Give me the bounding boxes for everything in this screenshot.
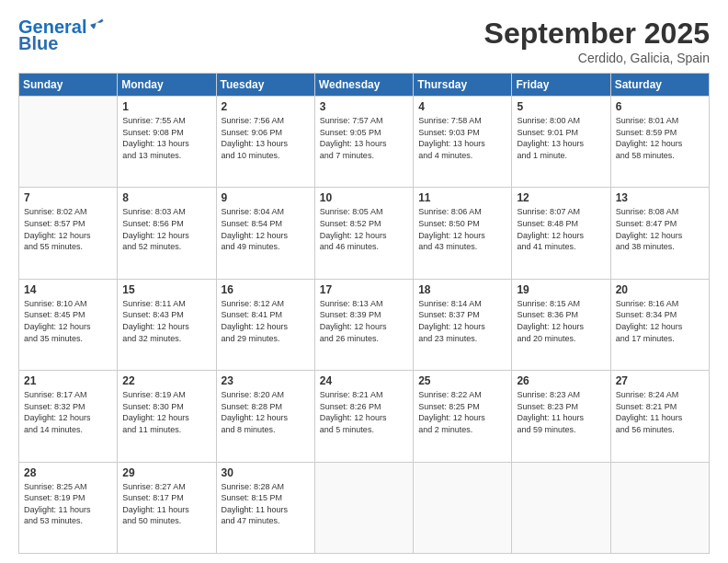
day-number: 26	[517, 374, 605, 387]
day-info: Sunrise: 8:17 AM Sunset: 8:32 PM Dayligh…	[24, 389, 112, 435]
calendar-cell	[610, 462, 709, 553]
day-number: 3	[320, 100, 408, 113]
day-number: 30	[222, 466, 310, 479]
calendar-cell: 27Sunrise: 8:24 AM Sunset: 8:21 PM Dayli…	[610, 371, 709, 462]
day-number: 19	[517, 283, 605, 296]
logo-bird-icon	[88, 17, 105, 33]
calendar-cell: 2Sunrise: 7:56 AM Sunset: 9:06 PM Daylig…	[216, 97, 314, 188]
day-number: 16	[222, 283, 310, 296]
day-number: 10	[320, 191, 408, 204]
day-info: Sunrise: 8:21 AM Sunset: 8:26 PM Dayligh…	[320, 389, 408, 435]
header: General Blue September 2025 Cerdido, Gal…	[18, 17, 710, 65]
day-info: Sunrise: 8:10 AM Sunset: 8:45 PM Dayligh…	[24, 298, 112, 344]
location-subtitle: Cerdido, Galicia, Spain	[484, 51, 710, 65]
calendar-cell	[19, 97, 118, 188]
calendar-cell: 26Sunrise: 8:23 AM Sunset: 8:23 PM Dayli…	[512, 371, 610, 462]
calendar-cell: 7Sunrise: 8:02 AM Sunset: 8:57 PM Daylig…	[19, 188, 118, 279]
calendar-cell: 14Sunrise: 8:10 AM Sunset: 8:45 PM Dayli…	[19, 279, 118, 370]
calendar-cell: 12Sunrise: 8:07 AM Sunset: 8:48 PM Dayli…	[512, 188, 610, 279]
day-number: 14	[24, 283, 112, 296]
day-info: Sunrise: 8:12 AM Sunset: 8:41 PM Dayligh…	[222, 298, 310, 344]
day-number: 4	[418, 100, 506, 113]
calendar-cell: 3Sunrise: 7:57 AM Sunset: 9:05 PM Daylig…	[314, 97, 413, 188]
day-info: Sunrise: 8:11 AM Sunset: 8:43 PM Dayligh…	[122, 298, 210, 344]
day-info: Sunrise: 8:03 AM Sunset: 8:56 PM Dayligh…	[122, 206, 210, 252]
day-info: Sunrise: 8:20 AM Sunset: 8:28 PM Dayligh…	[222, 389, 310, 435]
calendar-cell: 23Sunrise: 8:20 AM Sunset: 8:28 PM Dayli…	[216, 371, 314, 462]
calendar-cell: 25Sunrise: 8:22 AM Sunset: 8:25 PM Dayli…	[414, 371, 512, 462]
calendar-cell: 19Sunrise: 8:15 AM Sunset: 8:36 PM Dayli…	[512, 279, 610, 370]
day-info: Sunrise: 8:27 AM Sunset: 8:17 PM Dayligh…	[122, 481, 210, 527]
calendar-cell: 24Sunrise: 8:21 AM Sunset: 8:26 PM Dayli…	[314, 371, 413, 462]
col-header-wednesday: Wednesday	[314, 74, 413, 97]
calendar-cell: 30Sunrise: 8:28 AM Sunset: 8:15 PM Dayli…	[216, 462, 314, 553]
col-header-monday: Monday	[118, 74, 216, 97]
day-info: Sunrise: 7:56 AM Sunset: 9:06 PM Dayligh…	[222, 115, 310, 161]
calendar-cell: 1Sunrise: 7:55 AM Sunset: 9:08 PM Daylig…	[118, 97, 216, 188]
calendar-cell: 4Sunrise: 7:58 AM Sunset: 9:03 PM Daylig…	[414, 97, 512, 188]
day-number: 23	[222, 374, 310, 387]
calendar-cell: 9Sunrise: 8:04 AM Sunset: 8:54 PM Daylig…	[216, 188, 314, 279]
day-number: 20	[616, 283, 704, 296]
calendar-cell: 17Sunrise: 8:13 AM Sunset: 8:39 PM Dayli…	[314, 279, 413, 370]
day-info: Sunrise: 8:04 AM Sunset: 8:54 PM Dayligh…	[222, 206, 310, 252]
day-info: Sunrise: 8:28 AM Sunset: 8:15 PM Dayligh…	[222, 481, 310, 527]
day-info: Sunrise: 8:07 AM Sunset: 8:48 PM Dayligh…	[517, 206, 605, 252]
calendar-cell: 21Sunrise: 8:17 AM Sunset: 8:32 PM Dayli…	[19, 371, 118, 462]
day-info: Sunrise: 8:08 AM Sunset: 8:47 PM Dayligh…	[616, 206, 704, 252]
calendar-cell: 28Sunrise: 8:25 AM Sunset: 8:19 PM Dayli…	[19, 462, 118, 553]
calendar-cell	[314, 462, 413, 553]
calendar-cell	[512, 462, 610, 553]
day-number: 5	[517, 100, 605, 113]
calendar-cell: 20Sunrise: 8:16 AM Sunset: 8:34 PM Dayli…	[610, 279, 709, 370]
day-info: Sunrise: 7:57 AM Sunset: 9:05 PM Dayligh…	[320, 115, 408, 161]
day-number: 15	[122, 283, 210, 296]
day-info: Sunrise: 7:55 AM Sunset: 9:08 PM Dayligh…	[122, 115, 210, 161]
day-info: Sunrise: 8:00 AM Sunset: 9:01 PM Dayligh…	[517, 115, 605, 161]
col-header-saturday: Saturday	[610, 74, 709, 97]
col-header-friday: Friday	[512, 74, 610, 97]
day-number: 8	[122, 191, 210, 204]
day-number: 2	[222, 100, 310, 113]
week-row-5: 28Sunrise: 8:25 AM Sunset: 8:19 PM Dayli…	[19, 462, 710, 553]
day-info: Sunrise: 8:13 AM Sunset: 8:39 PM Dayligh…	[320, 298, 408, 344]
day-number: 12	[517, 191, 605, 204]
day-number: 6	[616, 100, 704, 113]
day-number: 28	[24, 466, 112, 479]
day-number: 24	[320, 374, 408, 387]
day-info: Sunrise: 8:25 AM Sunset: 8:19 PM Dayligh…	[24, 481, 112, 527]
day-number: 17	[320, 283, 408, 296]
logo: General Blue	[18, 17, 105, 54]
week-row-1: 1Sunrise: 7:55 AM Sunset: 9:08 PM Daylig…	[19, 97, 710, 188]
day-info: Sunrise: 8:15 AM Sunset: 8:36 PM Dayligh…	[517, 298, 605, 344]
calendar-cell: 22Sunrise: 8:19 AM Sunset: 8:30 PM Dayli…	[118, 371, 216, 462]
title-block: September 2025 Cerdido, Galicia, Spain	[484, 17, 710, 65]
day-number: 9	[222, 191, 310, 204]
day-number: 11	[418, 191, 506, 204]
calendar-cell: 6Sunrise: 8:01 AM Sunset: 8:59 PM Daylig…	[610, 97, 709, 188]
day-info: Sunrise: 8:05 AM Sunset: 8:52 PM Dayligh…	[320, 206, 408, 252]
day-info: Sunrise: 8:16 AM Sunset: 8:34 PM Dayligh…	[616, 298, 704, 344]
day-number: 25	[418, 374, 506, 387]
day-number: 1	[122, 100, 210, 113]
calendar-cell: 5Sunrise: 8:00 AM Sunset: 9:01 PM Daylig…	[512, 97, 610, 188]
calendar-cell: 29Sunrise: 8:27 AM Sunset: 8:17 PM Dayli…	[118, 462, 216, 553]
day-number: 27	[616, 374, 704, 387]
week-row-3: 14Sunrise: 8:10 AM Sunset: 8:45 PM Dayli…	[19, 279, 710, 370]
month-title: September 2025	[484, 17, 710, 51]
calendar-cell: 15Sunrise: 8:11 AM Sunset: 8:43 PM Dayli…	[118, 279, 216, 370]
day-info: Sunrise: 8:06 AM Sunset: 8:50 PM Dayligh…	[418, 206, 506, 252]
calendar-table: SundayMondayTuesdayWednesdayThursdayFrid…	[18, 73, 710, 554]
calendar-cell	[414, 462, 512, 553]
day-info: Sunrise: 8:24 AM Sunset: 8:21 PM Dayligh…	[616, 389, 704, 435]
calendar-cell: 8Sunrise: 8:03 AM Sunset: 8:56 PM Daylig…	[118, 188, 216, 279]
day-number: 21	[24, 374, 112, 387]
calendar-cell: 18Sunrise: 8:14 AM Sunset: 8:37 PM Dayli…	[414, 279, 512, 370]
day-info: Sunrise: 8:19 AM Sunset: 8:30 PM Dayligh…	[122, 389, 210, 435]
calendar-header-row: SundayMondayTuesdayWednesdayThursdayFrid…	[19, 74, 710, 97]
week-row-2: 7Sunrise: 8:02 AM Sunset: 8:57 PM Daylig…	[19, 188, 710, 279]
day-info: Sunrise: 8:22 AM Sunset: 8:25 PM Dayligh…	[418, 389, 506, 435]
day-number: 13	[616, 191, 704, 204]
week-row-4: 21Sunrise: 8:17 AM Sunset: 8:32 PM Dayli…	[19, 371, 710, 462]
col-header-tuesday: Tuesday	[216, 74, 314, 97]
